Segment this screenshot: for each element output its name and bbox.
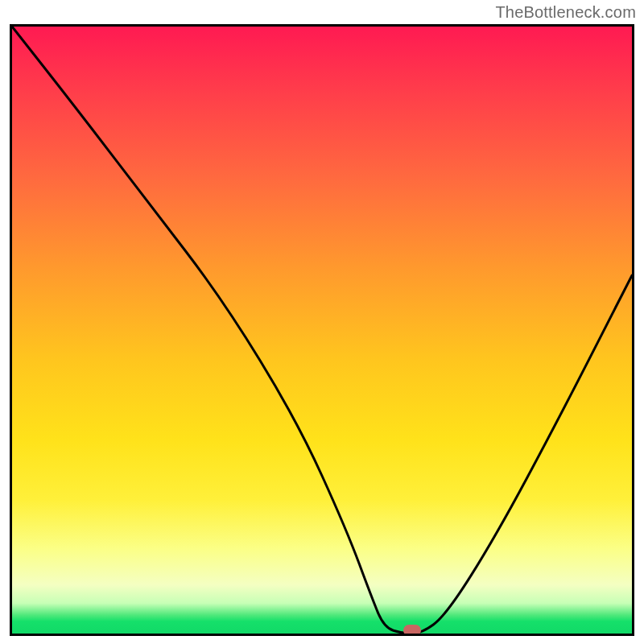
- curve-svg: [12, 27, 632, 634]
- optimal-point-marker: [403, 625, 421, 636]
- chart-container: TheBottleneck.com: [0, 0, 644, 644]
- watermark-text: TheBottleneck.com: [495, 3, 636, 22]
- bottleneck-curve: [12, 27, 632, 634]
- plot-frame: [10, 24, 634, 636]
